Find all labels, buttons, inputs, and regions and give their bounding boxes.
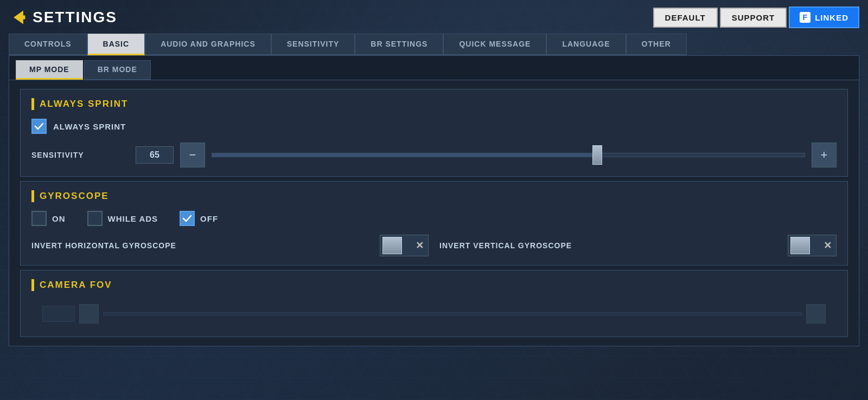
gyro-on-label: ON: [52, 214, 66, 223]
tab-other[interactable]: OTHER: [626, 34, 687, 55]
section-title-text: ALWAYS SPRINT: [40, 99, 128, 109]
content-area: MP MODE BR MODE ALWAYS SPRINT ALWAYS: [9, 55, 859, 346]
gyroscope-section-bar: [31, 190, 34, 202]
header-left: SETTINGS: [9, 8, 117, 27]
section-gyroscope: GYROSCOPE ON WHILE ADS: [20, 181, 848, 266]
gyro-option-off: OFF: [180, 211, 218, 226]
invert-vertical-toggle[interactable]: ✕: [788, 235, 837, 256]
gyro-option-while-ads: WHILE ADS: [87, 211, 158, 226]
section-title-always-sprint: ALWAYS SPRINT: [31, 98, 837, 110]
top-navigation: CONTROLS BASIC AUDIO AND GRAPHICS SENSIT…: [9, 34, 859, 55]
header-right: DEFAULT SUPPORT f LINKED: [653, 7, 859, 28]
section-always-sprint: ALWAYS SPRINT ALWAYS SPRINT SENSITIVITY …: [20, 89, 848, 177]
invert-horizontal-toggle[interactable]: ✕: [380, 235, 429, 256]
camera-fov-title-text: CAMERA FOV: [40, 280, 112, 291]
back-button[interactable]: [9, 8, 28, 27]
page-title: SETTINGS: [33, 9, 117, 26]
camera-fov-section-bar: [31, 279, 34, 291]
sensitivity-slider-track[interactable]: [212, 153, 805, 157]
invert-horizontal-label: INVERT HORIZONTAL GYROSCOPE: [31, 241, 373, 250]
tab-basic[interactable]: BASIC: [87, 34, 145, 55]
invert-horizontal-x-icon: ✕: [416, 240, 424, 251]
invert-gyroscope-row: INVERT HORIZONTAL GYROSCOPE ✕ INVERT VER…: [31, 235, 837, 256]
camera-fov-slider-track[interactable]: [103, 312, 802, 315]
camera-fov-value-box[interactable]: [42, 306, 75, 322]
gyro-while-ads-label: WHILE ADS: [108, 214, 158, 223]
svg-marker-0: [14, 11, 23, 24]
subtab-mp-mode[interactable]: MP MODE: [16, 60, 83, 80]
tab-br-settings[interactable]: BR SETTINGS: [355, 34, 443, 55]
section-camera-fov: CAMERA FOV: [20, 270, 848, 337]
gyro-off-checkbox[interactable]: [180, 211, 195, 226]
camera-fov-sliders: [31, 300, 837, 328]
sensitivity-row: SENSITIVITY 65 − +: [31, 143, 837, 167]
sensitivity-decrease-button[interactable]: −: [180, 143, 205, 167]
settings-body: ALWAYS SPRINT ALWAYS SPRINT SENSITIVITY …: [9, 80, 859, 346]
section-bar: [31, 98, 34, 110]
linked-button[interactable]: f LINKED: [789, 7, 859, 28]
always-sprint-checkbox-row: ALWAYS SPRINT: [31, 119, 837, 134]
gyroscope-title-text: GYROSCOPE: [40, 191, 109, 202]
slider-fill: [212, 153, 597, 157]
svg-rect-1: [22, 15, 25, 19]
invert-vertical-knob: [790, 237, 810, 254]
subtab-br-mode[interactable]: BR MODE: [84, 60, 151, 80]
sub-navigation: MP MODE BR MODE: [9, 56, 859, 80]
tab-controls[interactable]: CONTROLS: [9, 34, 87, 55]
camera-fov-decrease-button[interactable]: [79, 304, 99, 324]
invert-vertical-x-icon: ✕: [824, 240, 832, 251]
tab-language[interactable]: LANGUAGE: [546, 34, 626, 55]
always-sprint-label: ALWAYS SPRINT: [53, 122, 126, 131]
sensitivity-increase-button[interactable]: +: [812, 143, 837, 167]
invert-horizontal-knob: [382, 237, 402, 254]
invert-vertical-label: INVERT VERTICAL GYROSCOPE: [439, 241, 781, 250]
section-title-camera-fov: CAMERA FOV: [31, 279, 837, 291]
gyro-off-label: OFF: [200, 214, 218, 223]
camera-fov-increase-button[interactable]: [806, 304, 826, 324]
sensitivity-value[interactable]: 65: [136, 146, 174, 164]
default-button[interactable]: DEFAULT: [653, 8, 718, 28]
tab-sensitivity[interactable]: SENSITIVITY: [271, 34, 355, 55]
invert-vertical-item: INVERT VERTICAL GYROSCOPE ✕: [439, 235, 837, 256]
slider-thumb[interactable]: [592, 145, 602, 165]
tab-quick-message[interactable]: QUICK MESSAGE: [443, 34, 546, 55]
gyro-on-checkbox[interactable]: [31, 211, 47, 226]
gyro-while-ads-checkbox[interactable]: [87, 211, 103, 226]
section-title-gyroscope: GYROSCOPE: [31, 190, 837, 202]
always-sprint-checkbox[interactable]: [31, 119, 47, 134]
header: SETTINGS DEFAULT SUPPORT f LINKED: [9, 7, 859, 28]
tab-audio[interactable]: AUDIO AND GRAPHICS: [145, 34, 271, 55]
facebook-icon: f: [800, 12, 810, 23]
support-button[interactable]: SUPPORT: [720, 8, 787, 28]
invert-horizontal-item: INVERT HORIZONTAL GYROSCOPE ✕: [31, 235, 429, 256]
gyroscope-options: ON WHILE ADS OFF: [31, 211, 837, 226]
gyro-option-on: ON: [31, 211, 66, 226]
sensitivity-label: SENSITIVITY: [31, 151, 129, 159]
